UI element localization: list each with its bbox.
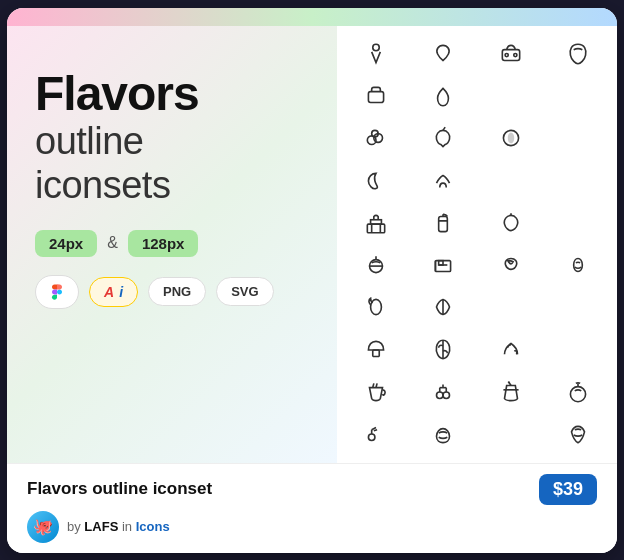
list-item [546,160,612,200]
category-link[interactable]: Icons [136,519,170,534]
svg-line-44 [371,428,375,430]
list-item [478,76,544,116]
card-footer: Flavors outline iconset $39 🐙 by LAFS in… [7,463,617,553]
png-badge[interactable]: PNG [148,277,206,306]
list-item [478,372,544,412]
list-item [343,287,409,327]
list-item [343,118,409,158]
list-item [546,203,612,243]
svg-point-31 [437,392,444,399]
list-item [411,160,477,200]
list-item [411,76,477,116]
decorative-top-bar [7,8,617,26]
footer-meta: 🐙 by LAFS in Icons [27,511,597,543]
list-item [546,287,612,327]
list-item [343,414,409,454]
product-title-flavors: Flavors [35,68,309,121]
svg-line-29 [373,383,374,387]
figma-icon [46,281,68,303]
svg-badge[interactable]: SVG [216,277,273,306]
svg-rect-27 [373,350,380,357]
title-block: Flavors outline iconsets [35,68,309,208]
list-item [546,245,612,285]
svg-line-45 [374,430,377,431]
svg-point-40 [571,387,586,402]
list-item [343,76,409,116]
list-item [478,118,544,158]
list-item [411,414,477,454]
list-item [546,414,612,454]
list-item [411,203,477,243]
preview-left: Flavors outline iconsets 24px & 128px [7,26,337,463]
list-item [343,160,409,200]
ai-badge[interactable]: Ai [89,277,138,307]
card-preview: Flavors outline iconsets 24px & 128px [7,26,617,463]
list-item [546,118,612,158]
list-item [411,245,477,285]
list-item [478,245,544,285]
list-item [343,372,409,412]
badge-128px: 128px [128,230,199,257]
product-footer-title: Flavors outline iconset [27,479,212,499]
list-item [411,372,477,412]
author-name[interactable]: LAFS [84,519,118,534]
svg-point-39 [508,381,510,383]
list-item [411,330,477,370]
list-item [343,330,409,370]
list-item [343,34,409,74]
list-item [478,330,544,370]
list-item [411,118,477,158]
svg-rect-24 [439,261,443,265]
list-item [343,203,409,243]
footer-top: Flavors outline iconset $39 [27,474,597,505]
list-item [478,287,544,327]
svg-point-2 [505,53,508,56]
list-item [546,34,612,74]
list-item [546,372,612,412]
svg-rect-10 [367,224,384,233]
list-item [411,287,477,327]
figma-badge[interactable] [35,275,79,309]
icons-grid [337,26,617,463]
svg-point-32 [443,392,450,399]
svg-rect-14 [439,216,448,231]
svg-line-30 [376,383,377,387]
author-meta: by LAFS in Icons [67,519,170,534]
list-item [343,245,409,285]
svg-rect-11 [370,220,381,224]
price-badge[interactable]: $39 [539,474,597,505]
list-item [546,76,612,116]
list-item [478,414,544,454]
tools-row: Ai PNG SVG [35,275,309,309]
list-item [546,330,612,370]
badge-24px: 24px [35,230,97,257]
product-subtitle: outline iconsets [35,120,309,207]
svg-point-42 [368,434,375,441]
product-card: Flavors outline iconsets 24px & 128px [7,8,617,553]
list-item [478,203,544,243]
svg-point-0 [373,44,380,51]
list-item [478,34,544,74]
badge-ampersand: & [107,234,118,252]
list-item [411,34,477,74]
svg-point-3 [513,53,516,56]
svg-rect-4 [368,92,383,103]
avatar: 🐙 [27,511,59,543]
size-badges-row: 24px & 128px [35,230,309,257]
list-item [478,160,544,200]
